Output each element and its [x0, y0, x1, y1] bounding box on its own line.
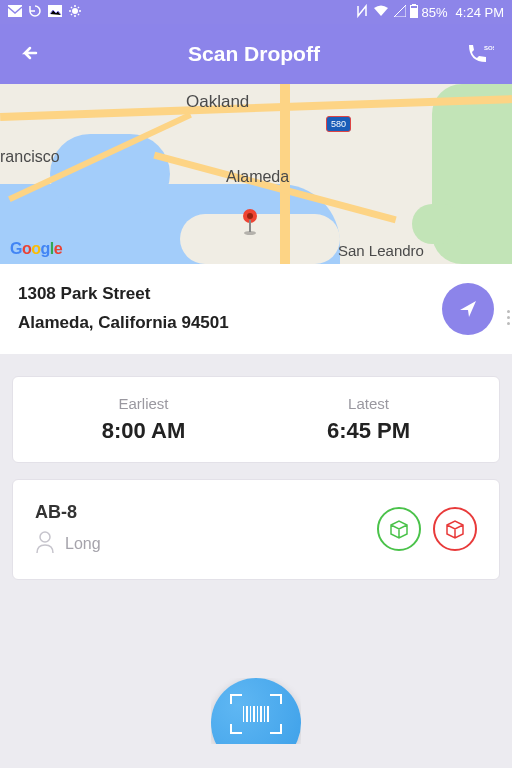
svg-rect-0 — [8, 5, 22, 17]
drag-handle-icon[interactable] — [507, 310, 510, 325]
page-title: Scan Dropoff — [188, 42, 320, 66]
latest-label: Latest — [256, 395, 481, 412]
box-icon — [388, 518, 410, 540]
earliest-label: Earliest — [31, 395, 256, 412]
map-pin-icon — [240, 208, 260, 240]
svg-rect-4 — [412, 4, 416, 5]
clock: 4:24 PM — [456, 5, 504, 20]
sync-icon — [28, 4, 42, 21]
gmail-icon — [8, 5, 22, 20]
map-label-sf: rancisco — [0, 148, 60, 166]
earliest-value: 8:00 AM — [31, 418, 256, 444]
box-icon — [444, 518, 466, 540]
map-label-alameda: Alameda — [226, 168, 289, 186]
package-reject-button[interactable] — [433, 507, 477, 551]
back-button[interactable] — [18, 42, 42, 66]
svg-rect-10 — [249, 220, 251, 232]
wifi-icon — [373, 5, 389, 20]
app-bar: Scan Dropoff SOS — [0, 24, 512, 84]
map-label-sanleandro: San Leandro — [338, 242, 424, 259]
package-accept-button[interactable] — [377, 507, 421, 551]
battery-percent: 85% — [422, 5, 448, 20]
address-line1: 1308 Park Street — [18, 280, 229, 309]
map[interactable]: Oakland Alameda rancisco San Leandro 580… — [0, 84, 512, 264]
package-card: AB-8 Long — [12, 479, 500, 580]
svg-rect-5 — [411, 6, 417, 8]
barcode-icon — [243, 706, 269, 722]
svg-point-2 — [72, 8, 78, 14]
svg-rect-1 — [48, 5, 62, 17]
package-recipient: Long — [65, 535, 101, 553]
photo-icon — [48, 5, 62, 20]
person-icon — [35, 531, 55, 557]
status-bar: 85% 4:24 PM — [0, 0, 512, 24]
road-shield: 580 — [326, 116, 351, 132]
latest-value: 6:45 PM — [256, 418, 481, 444]
time-window-card: Earliest 8:00 AM Latest 6:45 PM — [12, 376, 500, 463]
battery-icon — [410, 4, 418, 21]
svg-point-11 — [40, 532, 50, 542]
package-id: AB-8 — [35, 502, 101, 523]
scan-button[interactable] — [211, 678, 301, 768]
sos-call-button[interactable]: SOS — [466, 42, 494, 66]
svg-text:SOS: SOS — [484, 45, 494, 51]
navigate-button[interactable] — [442, 283, 494, 335]
settings-icon — [68, 4, 82, 21]
svg-point-9 — [247, 213, 253, 219]
address-line2: Alameda, California 94501 — [18, 309, 229, 338]
google-logo: Google — [10, 240, 62, 258]
map-label-oakland: Oakland — [186, 92, 249, 112]
nfc-icon — [355, 4, 369, 21]
signal-icon — [393, 5, 406, 20]
address-card: 1308 Park Street Alameda, California 945… — [0, 264, 512, 354]
